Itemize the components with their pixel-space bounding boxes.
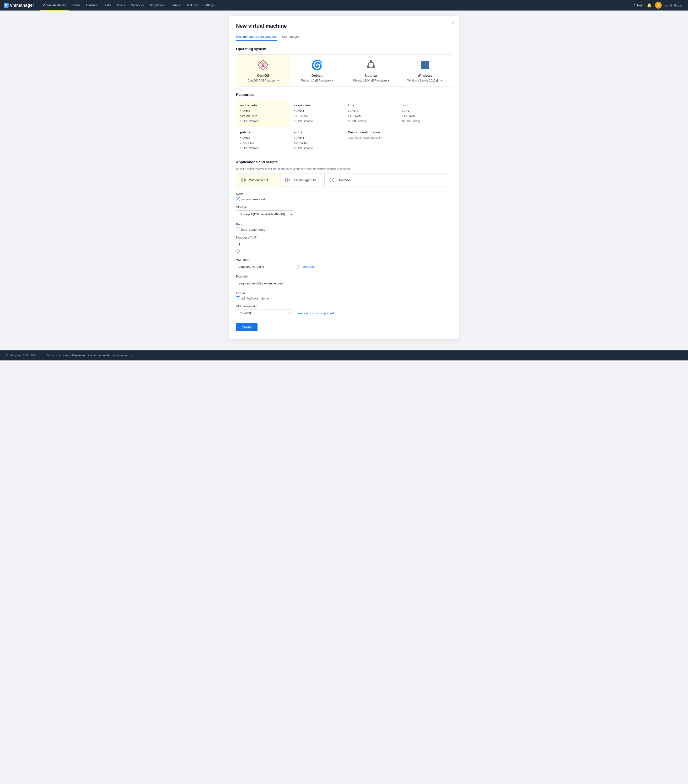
- os-card-centos[interactable]: CentOS CentOS 7 (ISPsystem): [236, 54, 290, 87]
- domain-field: Domain*: [236, 275, 452, 287]
- node-label: Node: [236, 192, 452, 196]
- resource-andromeda-specs: 1 vCPU 512 MB RAM 10 GB Storage: [240, 109, 286, 124]
- breadcrumb-home[interactable]: Virtual machines: [47, 354, 68, 357]
- create-button[interactable]: Create: [236, 323, 258, 331]
- windows-name: Windows: [417, 74, 432, 77]
- domain-input[interactable]: [236, 280, 293, 287]
- num-vm-icon: [236, 249, 452, 254]
- close-button[interactable]: ×: [452, 21, 454, 25]
- resource-top-row: andromeda 1 vCPU 512 MB RAM 10 GB Storag…: [236, 100, 452, 127]
- windows-version[interactable]: Windows Server 2019 (I...: [407, 79, 442, 82]
- tab-user-images[interactable]: User images: [282, 33, 300, 41]
- os-section-title: Operating system: [236, 47, 452, 51]
- resource-polaris-specs: 2 vCPU 4 GB RAM 15 GB Storage: [240, 136, 286, 151]
- vm-name-field: VM name* ? generate: [236, 258, 452, 270]
- password-row: 👁 generate copy to clipboard: [236, 310, 452, 317]
- password-copy-btn[interactable]: copy to clipboard: [310, 311, 334, 315]
- nav-scripts[interactable]: Scripts: [168, 0, 183, 10]
- apps-subtitle: Select a script that will install the re…: [236, 167, 452, 171]
- password-input[interactable]: [236, 310, 293, 317]
- svg-rect-13: [425, 61, 429, 65]
- resource-custom[interactable]: Custom configuration enter parameters ma…: [344, 127, 398, 154]
- owner-value: ✓ admin@example.com: [236, 296, 452, 300]
- app-without-script[interactable]: Without script: [236, 174, 281, 186]
- app-without-script-name: Without script: [249, 178, 268, 182]
- avatar[interactable]: A: [655, 2, 662, 8]
- navbar: vmmanager Virtual machines Nodes Cluster…: [0, 0, 688, 10]
- app-grid: Without script ISPmanager Lite: [236, 173, 452, 186]
- os-card-debian[interactable]: 🌀 Debian Debian 10 (ISPsystem): [290, 54, 344, 87]
- resource-polaris-name: polaris: [240, 130, 286, 134]
- tab-recommended[interactable]: Recommended configurations: [236, 33, 277, 41]
- node-check-icon: ✓: [236, 197, 240, 201]
- centos-name: CentOS: [257, 74, 269, 77]
- nav-users[interactable]: Users: [114, 0, 128, 10]
- resource-sirius[interactable]: sirius 2 vCPU 6 GB RAM 20 GB Storage: [290, 127, 344, 154]
- footer: © ISPsystem 2004-2021 | Virtual machines…: [0, 351, 688, 361]
- breadcrumb-separator: ›: [70, 354, 71, 357]
- ubuntu-name: Ubuntu: [365, 74, 377, 77]
- centos-version[interactable]: CentOS 7 (ISPsystem): [248, 79, 279, 82]
- favorite-star-icon[interactable]: ☆: [130, 354, 132, 357]
- owner-field: Owner ✓ admin@example.com: [236, 292, 452, 300]
- help-icon: ☂: [633, 3, 636, 7]
- resource-andromeda[interactable]: andromeda 1 vCPU 512 MB RAM 10 GB Storag…: [236, 100, 290, 127]
- password-label: VM password *: [236, 305, 452, 308]
- page-wrapper: × New virtual machine Recommended config…: [0, 10, 688, 345]
- nav-templates[interactable]: Templates: [147, 0, 168, 10]
- svg-point-24: [331, 179, 333, 181]
- nav-right: ☂ Help 🔔 A admin@exa...: [633, 2, 684, 8]
- nav-virtual-machines[interactable]: Virtual machines: [40, 0, 69, 10]
- password-generate-btn[interactable]: generate: [296, 311, 308, 315]
- ubuntu-version[interactable]: Ubuntu 18.04 (ISPsystem): [353, 79, 389, 82]
- resource-grid: andromeda 1 vCPU 512 MB RAM 10 GB Storag…: [236, 100, 452, 154]
- resource-libra[interactable]: libra 2 vCPU 1 GB RAM 15 GB Storage: [344, 100, 398, 127]
- debian-icon: 🌀: [311, 59, 323, 71]
- num-vm-label: Number of VM*: [236, 236, 452, 239]
- vm-name-row: ? generate: [236, 263, 452, 270]
- nav-nodes[interactable]: Nodes: [69, 0, 84, 10]
- help-button[interactable]: ☂ Help: [633, 3, 644, 7]
- vm-name-generate-btn[interactable]: generate: [302, 265, 315, 268]
- notification-bell[interactable]: 🔔: [647, 3, 652, 8]
- app-openvpn[interactable]: OpenVPN: [325, 174, 369, 186]
- nav-tasks[interactable]: Tasks: [100, 0, 114, 10]
- vm-name-input[interactable]: [236, 263, 293, 270]
- nav-networks[interactable]: Networks: [128, 0, 146, 10]
- pool-check-icon: ✓: [236, 227, 240, 231]
- new-vm-dialog: × New virtual machine Recommended config…: [229, 16, 459, 339]
- domain-label: Domain*: [236, 275, 452, 278]
- apps-section-title: Applications and scripts: [236, 160, 452, 164]
- nav-settings[interactable]: Settings: [200, 0, 217, 10]
- storage-label: Storage: [236, 205, 452, 209]
- resource-orion[interactable]: orion 2 vCPU 2 GB RAM 15 GB Storage: [398, 100, 452, 127]
- svg-point-23: [330, 178, 334, 182]
- nav-backups[interactable]: Backups: [183, 0, 201, 10]
- resource-andromeda-name: andromeda: [240, 104, 286, 107]
- svg-rect-20: [288, 178, 290, 180]
- os-card-windows[interactable]: Windows Windows Server 2019 (I...: [398, 54, 452, 87]
- resource-cassiopeia[interactable]: cassiopeia 1 vCPU 1 GB RAM 15 GB Storage: [290, 100, 344, 127]
- debian-version[interactable]: Debian 10 (ISPsystem): [301, 79, 333, 82]
- breadcrumb-current: Create from the recommended configuratio…: [72, 354, 128, 357]
- pool-field: Pool ✓ blue_dumortierite: [236, 222, 452, 231]
- resource-polaris[interactable]: polaris 2 vCPU 4 GB RAM 15 GB Storage: [236, 127, 290, 154]
- app-ispmanager[interactable]: ISPmanager Lite: [281, 174, 325, 186]
- password-eye-icon[interactable]: 👁: [289, 312, 291, 315]
- nav-clusters[interactable]: Clusters: [84, 0, 100, 10]
- vm-name-info-icon[interactable]: ?: [296, 265, 300, 269]
- dialog-tabs: Recommended configurations User images: [236, 33, 452, 41]
- pool-label: Pool: [236, 222, 452, 226]
- num-vm-input[interactable]: [236, 241, 260, 248]
- node-value: ✓ saffron_amethyst: [236, 197, 452, 201]
- brand: vmmanager: [4, 3, 34, 8]
- user-menu[interactable]: admin@exa...: [665, 3, 684, 7]
- openvpn-icon: [328, 177, 335, 183]
- svg-point-10: [373, 66, 375, 68]
- password-input-wrap: 👁: [236, 310, 293, 317]
- storage-select[interactable]: Storage1 (DIR, available 490GB): [236, 210, 293, 218]
- svg-point-11: [367, 66, 369, 68]
- password-field: VM password * 👁 generate copy to clipboa…: [236, 305, 452, 317]
- os-card-ubuntu[interactable]: Ubuntu Ubuntu 18.04 (ISPsystem): [344, 54, 398, 87]
- pool-value: ✓ blue_dumortierite: [236, 227, 452, 231]
